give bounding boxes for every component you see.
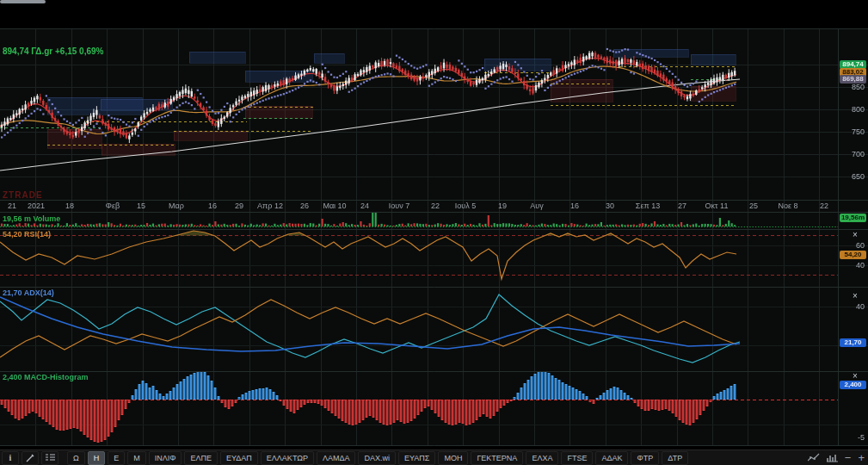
close-indicator-icon[interactable]: × [851,292,859,300]
date-label: 19 [483,202,521,210]
symbol-button[interactable]: ΓΕΚΤΕΡΝΑ [471,451,523,465]
interval-button-H[interactable]: H [88,451,106,465]
pencil-icon[interactable] [22,451,39,465]
line-chart-style-icon[interactable] [808,453,820,462]
symbol-button[interactable]: DAX.wi [358,451,396,465]
bottom-toolbar: i ΩHEM ΙΝΛΙΦΕΛΠΕΕΥΔΑΠΕΛΛΑΚΤΩΡΛΑΜΔΑDAX.wi… [0,450,868,465]
indicator-tick: -5 [840,433,865,442]
date-label: 16 [556,202,594,210]
chart-scrollbar-thumb[interactable] [0,0,46,3]
trading-app-window: 894,74 ΓΔ.gr +6,15 0,69% ZTRADE 19,56 m … [0,0,868,465]
adx-panel-label: 21,70 ADX(14) [3,288,54,297]
date-label: 24 [346,202,384,210]
chart-canvas[interactable] [0,0,868,465]
symbol-button[interactable]: ΦΤΡ [631,451,659,465]
date-label: 25 [735,202,773,210]
date-label: Σεπ 13 [629,202,667,210]
date-label: Απρ 12 [251,202,289,210]
price-value-chip: 2,400 [840,381,866,389]
symbol-button[interactable]: FTSE [561,451,593,465]
info-icon[interactable]: i [2,451,19,465]
interval-button-Ω[interactable]: Ω [67,451,85,465]
list-icon[interactable] [41,451,58,465]
date-label: 18 [51,202,89,210]
symbol-button[interactable]: ΔΤΡ [662,451,688,465]
date-label: 30 [591,202,629,210]
quote-line: 894,74 ΓΔ.gr +6,15 0,69% [3,46,103,56]
price-tick: 750 [840,127,865,136]
price-value-chip: 21,70 [840,338,866,347]
indicator-tick: 60 [840,241,865,250]
watermark: ZTRADE [3,190,43,200]
symbol-button[interactable]: ΕΥΔΑΠ [220,451,258,465]
price-value-chip: 54,20 [840,251,866,259]
zoom-out-button[interactable]: − [845,452,852,463]
date-label: Νοε 8 [769,202,807,210]
interval-button-M[interactable]: M [127,451,146,465]
indicator-tick: 40 [840,302,865,311]
price-tick: 800 [840,105,865,114]
symbol-button[interactable]: ΙΝΛΙΦ [149,451,182,465]
date-label: 15 [122,202,160,210]
toolbar-right-group: − + [808,452,865,463]
symbol-button[interactable]: ΕΛΧΑ [526,451,558,465]
symbol-button[interactable]: ΛΑΜΔΑ [317,451,356,465]
interval-button-E[interactable]: E [108,451,125,465]
symbol-button[interactable]: ΕΛΛΑΚΤΩΡ [261,451,314,465]
symbol-button[interactable]: ΕΛΠΕ [184,451,218,465]
bar-chart-style-icon[interactable] [827,453,838,462]
volume-panel-label: 19,56 m Volume [3,214,60,223]
symbol-button[interactable]: ΑΔΑΚ [595,451,628,465]
symbol-button[interactable]: ΜΟΗ [438,451,468,465]
price-tick: 850 [840,83,865,91]
date-label: 2021 [17,202,55,210]
close-indicator-icon[interactable]: × [851,231,859,239]
zoom-in-button[interactable]: + [858,452,865,463]
date-label: Μαρ [157,202,195,210]
date-label: Οκτ 11 [698,202,736,210]
date-label: Ιουν 7 [380,202,418,210]
date-label: 27 [663,202,701,210]
close-indicator-icon[interactable]: × [851,372,859,380]
symbol-button[interactable]: ΕΥΑΠΣ [398,451,435,465]
date-label: Αυγ [518,202,556,210]
date-label: 22 [805,202,843,210]
price-tick: 700 [840,150,865,158]
price-tick: 650 [840,172,865,181]
price-value-chip: 19,56m [840,214,866,222]
macd-panel-label: 2,400 MACD-Histogram [3,373,89,381]
rsi-panel-label: 54,20 RSI(14) [3,230,51,239]
date-label: Ιουλ 5 [446,202,484,210]
price-value-chip: 869,88 [840,75,866,84]
indicator-tick: 40 [840,261,865,270]
